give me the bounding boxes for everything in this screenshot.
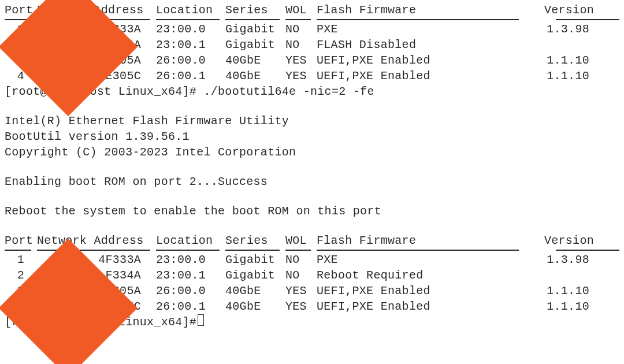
hdr-wol: WOL (285, 233, 317, 248)
hdr-version: Version (525, 233, 594, 248)
cell-location: 26:00.1 (156, 299, 225, 314)
cell-wol: YES (285, 299, 317, 314)
banner-line3: Copyright (C) 2003-2023 Intel Corporatio… (5, 144, 619, 160)
status-reboot: Reboot the system to enable the boot ROM… (5, 203, 619, 219)
cell-version: 1.3.98 (525, 252, 594, 268)
cell-series: 40GbE (225, 53, 285, 68)
cell-location: 26:00.1 (156, 68, 225, 84)
cell-wol: NO (285, 268, 317, 283)
cursor-icon (198, 314, 204, 326)
cell-series: 40GbE (225, 283, 285, 299)
cell-version (525, 37, 594, 53)
cell-wol: YES (285, 68, 317, 84)
cell-wol: NO (285, 252, 317, 268)
hdr-series: Series (225, 2, 285, 18)
cell-location: 23:00.1 (156, 37, 225, 53)
cell-flash: UEFI,PXE Enabled (317, 53, 525, 68)
cell-version: 1.1.10 (525, 299, 594, 314)
cell-flash: Reboot Required (317, 268, 525, 283)
cell-location: 23:00.1 (156, 268, 225, 283)
hdr-wol: WOL (285, 2, 317, 18)
cell-flash: UEFI,PXE Enabled (317, 283, 525, 299)
cell-wol: NO (285, 37, 317, 53)
cell-flash: FLASH Disabled (317, 37, 525, 53)
cell-version: 1.1.10 (525, 283, 594, 299)
cell-series: 40GbE (225, 299, 285, 314)
hdr-location: Location (156, 2, 225, 18)
banner-line2: BootUtil version 1.39.56.1 (5, 129, 619, 144)
cell-series: Gigabit (225, 37, 285, 53)
cell-wol: NO (285, 21, 317, 37)
cell-version (525, 268, 594, 283)
cell-location: 23:00.0 (156, 252, 225, 268)
hdr-flash-firmware: Flash Firmware (317, 2, 525, 18)
cell-series: 40GbE (225, 68, 285, 84)
status-enable: Enabling boot ROM on port 2...Success (5, 174, 619, 190)
cell-flash: UEFI,PXE Enabled (317, 68, 525, 84)
cell-location: 26:00.0 (156, 53, 225, 68)
cell-location: 23:00.0 (156, 21, 225, 37)
hdr-series: Series (225, 233, 285, 248)
hdr-network-address: Network Address (37, 233, 156, 248)
hdr-flash-firmware: Flash Firmware (317, 233, 525, 248)
hdr-version: Version (525, 2, 594, 18)
cell-location: 26:00.0 (156, 283, 225, 299)
banner-line1: Intel(R) Ethernet Flash Firmware Utility (5, 113, 619, 129)
cell-version: 1.3.98 (525, 21, 594, 37)
cell-version: 1.1.10 (525, 68, 594, 84)
hdr-port: Port (5, 233, 37, 248)
hdr-location: Location (156, 233, 225, 248)
table-row: 1 4F333A 23:00.0 Gigabit NO PXE 1.3.98 (5, 252, 619, 268)
cell-series: Gigabit (225, 268, 285, 283)
cell-flash: PXE (317, 21, 525, 37)
table2-separator (5, 250, 619, 251)
cell-port: 1 (5, 252, 37, 268)
table2-header: Port Network Address Location Series WOL… (5, 233, 619, 248)
cell-series: Gigabit (225, 21, 285, 37)
cell-version: 1.1.10 (525, 53, 594, 68)
cell-flash: PXE (317, 252, 525, 268)
cell-wol: YES (285, 283, 317, 299)
cell-flash: UEFI,PXE Enabled (317, 299, 525, 314)
cell-wol: YES (285, 53, 317, 68)
cell-series: Gigabit (225, 252, 285, 268)
